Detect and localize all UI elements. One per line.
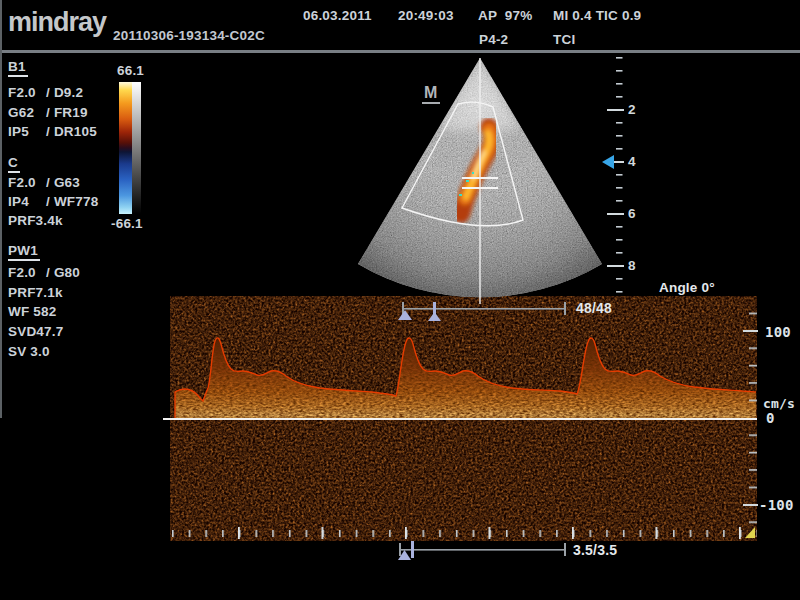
color-map-gradient bbox=[119, 82, 132, 214]
param-row: PRF7.1k bbox=[8, 286, 46, 300]
param-row: IP4/ WF778 bbox=[8, 195, 98, 209]
angle-readout: Angle 0° bbox=[659, 281, 715, 295]
ultrasound-screen: mindray 20110306-193134-C02C 06.03.2011 … bbox=[0, 0, 800, 600]
param-right: / FR19 bbox=[46, 105, 88, 120]
param-left: PRF7.1k bbox=[8, 286, 46, 300]
scale-max-label: 100 bbox=[765, 325, 791, 339]
param-right: / WF778 bbox=[46, 194, 98, 209]
depth-label-4: 4 bbox=[628, 155, 636, 169]
colorbar-min-label: -66.1 bbox=[111, 217, 143, 231]
param-left: F2.0 bbox=[8, 266, 46, 280]
param-right: / DR105 bbox=[46, 124, 97, 139]
spectral-display bbox=[163, 296, 757, 541]
param-row: PRF3.4k bbox=[8, 214, 46, 228]
probe-name: P4-2 bbox=[479, 33, 508, 47]
param-row: F2.0/ D9.2 bbox=[8, 86, 83, 100]
color-group-title: C bbox=[8, 156, 20, 170]
pw-group-title: PW1 bbox=[8, 244, 40, 258]
colorbar-max-label: 66.1 bbox=[117, 64, 144, 78]
scale-zero-label: 0 bbox=[766, 411, 775, 425]
depth-ruler bbox=[602, 57, 624, 294]
depth-label-2: 2 bbox=[628, 103, 636, 117]
param-row: IP5/ DR105 bbox=[8, 125, 97, 139]
exam-time: 20:49:03 bbox=[398, 9, 454, 23]
param-left: SVD47.7 bbox=[8, 325, 46, 339]
scale-unit-label: cm/s bbox=[763, 397, 795, 410]
param-left: PRF3.4k bbox=[8, 214, 46, 228]
param-row: G62/ FR19 bbox=[8, 106, 88, 120]
param-row: SV 3.0 bbox=[8, 345, 46, 359]
param-row: SVD47.7 bbox=[8, 325, 46, 339]
exam-id: 20110306-193134-C02C bbox=[113, 29, 265, 43]
param-left: IP4 bbox=[8, 195, 46, 209]
param-left: WF 582 bbox=[8, 305, 46, 319]
depth-label-6: 6 bbox=[628, 207, 636, 221]
exam-date: 06.03.2011 bbox=[303, 9, 372, 23]
sweep-position-marker bbox=[411, 541, 414, 558]
param-left: F2.0 bbox=[8, 176, 46, 190]
mi-tic-readout: MI 0.4 TIC 0.9 bbox=[553, 9, 641, 23]
screen-left-edge bbox=[0, 0, 2, 418]
param-left: IP5 bbox=[8, 125, 46, 139]
sweep-counter: 3.5/3.5 bbox=[573, 543, 617, 557]
orientation-mark: M bbox=[422, 85, 440, 104]
header-divider bbox=[0, 50, 800, 53]
sweep-bar[interactable] bbox=[398, 541, 566, 560]
param-left: SV 3.0 bbox=[8, 345, 46, 359]
time-scale bbox=[172, 527, 757, 539]
imaging-mode: TCI bbox=[553, 33, 575, 47]
param-row: F2.0/ G80 bbox=[8, 266, 80, 280]
param-row: WF 582 bbox=[8, 305, 46, 319]
param-right: / D9.2 bbox=[46, 85, 83, 100]
b-mode-group-title: B1 bbox=[8, 60, 28, 74]
focus-marker[interactable] bbox=[602, 155, 614, 169]
param-left: F2.0 bbox=[8, 86, 46, 100]
doppler-baseline bbox=[163, 418, 757, 420]
param-left: G62 bbox=[8, 106, 46, 120]
gray-map-gradient bbox=[132, 82, 141, 214]
cine-counter: 48/48 bbox=[576, 301, 612, 315]
param-right: / G63 bbox=[46, 175, 80, 190]
acoustic-power: AP 97% bbox=[478, 9, 532, 23]
depth-label-8: 8 bbox=[628, 259, 636, 273]
mindray-logo: mindray bbox=[8, 9, 106, 36]
param-right: / G80 bbox=[46, 265, 80, 280]
param-row: F2.0/ G63 bbox=[8, 176, 80, 190]
color-scale-bar bbox=[119, 82, 141, 214]
scale-min-label: -100 bbox=[759, 498, 794, 512]
